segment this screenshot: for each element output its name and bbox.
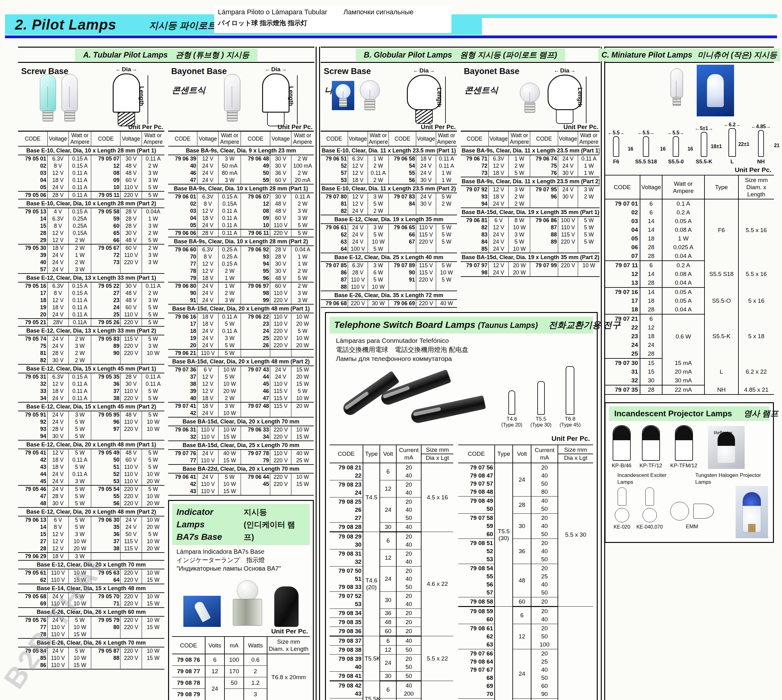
watt-ampere-cell: 20 W (218, 388, 241, 395)
code-cell: 39 (168, 388, 197, 395)
group-title-row: Base BA-9s, Clear, Dia. 10 x Length 28 m… (168, 237, 314, 246)
voltage-cell: 115 V (416, 231, 436, 238)
code-cell: 53 (91, 478, 120, 485)
code-cell: 79 07 6679 08 6479 07 67686970 (458, 649, 495, 699)
group-title: Base E-12, Clear, Dia, 20 x Length 48 mm… (18, 440, 164, 449)
code-cell: 79 06 48 (241, 155, 270, 162)
width-label: ←5±1→ (695, 126, 713, 131)
table-row: 8324 V3 W88115 V5 W (461, 231, 600, 238)
table-header-cell: Voltage (558, 131, 578, 147)
table-row: 79 06 016.3V0.15 A79 06 0730 V0.11 A (168, 193, 314, 200)
watt-ampere-cell: 5 W (142, 463, 164, 471)
table-row: 3212 V0.11 A3630 V0.11 A (18, 380, 164, 388)
code-line: 51 (331, 575, 361, 583)
type-name-label: L (731, 159, 734, 165)
code-cell: 79 06 80 (168, 282, 197, 290)
element: CODEVoltageWatt orAmpereTypeSize mmDiam.… (605, 175, 774, 199)
table-row: 0524 V0.11 A10110 V5 W (168, 222, 314, 229)
subtitle-japanese: パイロット球 指示燈泡 指示灯 (218, 19, 448, 27)
voltage-cell (558, 269, 578, 277)
watt-ampere-cell (142, 357, 164, 364)
exciter-bulb-outline (645, 488, 654, 505)
current-cell: 4050 (531, 497, 558, 513)
watt-ampere-cell: 2 W (69, 237, 91, 244)
watt-ampere-cell: 2 W (368, 208, 389, 215)
watt-ampere-cell: 5 W (69, 433, 91, 440)
watt-ampere-cell: 0.15 A (69, 208, 91, 215)
code-cell: 79 06 74 (530, 155, 558, 162)
ma-cell: 50 (224, 677, 244, 689)
table-row: 79 05 7424 V2 W79 05 83115 V5 W (18, 335, 164, 343)
voltage-cell: 48 V (120, 297, 142, 304)
mini-bulb-diagram: ←5.5→16S5.5 S18 (635, 130, 657, 165)
dia-label: Dia (560, 67, 570, 74)
bulb-outline (729, 128, 736, 157)
projector-lamp-diagram: KP-TFM/12 (670, 425, 697, 469)
watt-ampere-cell: 10 W (142, 593, 164, 600)
voltage-cell: 28 V (120, 215, 142, 222)
watt-ampere-cell: 2 W (291, 268, 314, 275)
watt-ampere-cell: 30 W (368, 300, 389, 307)
code-cell: 79 06 31 (168, 426, 197, 433)
voltage-cell (120, 433, 142, 440)
voltage-cell: 24 V (47, 259, 69, 266)
code-cell: 18 (605, 305, 640, 314)
code-line: 79 08 42 (331, 682, 361, 690)
code-cell: 92 (18, 418, 47, 426)
code-cell: 57 (321, 170, 348, 177)
type-cell: S5.5-O (705, 287, 739, 314)
watt-ampere-cell (142, 433, 164, 440)
volt-cell: 24 (380, 567, 397, 592)
watt-ampere-cell: 0.11 A (69, 304, 91, 311)
group-title: Base E-12, Clear, Dia, 20 x Length 48 mm… (18, 507, 164, 516)
type-cell: F6 (705, 199, 739, 261)
table-row: 88110 V10 W (321, 283, 457, 291)
lamp-spec-table: CODEVoltageWatt orAmpereCODEVoltageWatt … (461, 131, 600, 277)
group-title-row: Base E-26, Clear, Dia. 35 x Length 72 mm (321, 291, 457, 300)
table-row: 4424 V0.11 A52110 V10 W (18, 471, 164, 478)
current-cell: 2040100 (396, 698, 421, 700)
current-line: 60 (533, 682, 556, 690)
length-label: Length (287, 86, 294, 106)
watt-ampere-cell: 5 W (509, 238, 530, 245)
watt-ampere-cell: 0.15 A (218, 260, 241, 268)
indicator-table: CODEVoltsmAWattsSize mmDiam. x Length79 … (172, 636, 310, 700)
code-line: 50 (460, 505, 493, 513)
watt-ampere-cell: 0.2 A (662, 208, 705, 217)
voltage-cell: 28V (47, 318, 69, 327)
indicator-photo-metal (229, 580, 266, 627)
voltage-cell: 18 V (348, 177, 368, 184)
code-cell: 83 (461, 231, 488, 238)
watt-ampere-cell: 5 W (368, 231, 389, 238)
watt-ampere-cell (436, 245, 457, 253)
exciter-caption: Incandescent Exciter Lamps (617, 472, 677, 486)
voltage-cell: 18 V (197, 402, 219, 410)
code-cell: 50 (241, 170, 270, 177)
code-cell: 79 08 616263 (458, 624, 495, 649)
current-cell: 40 (396, 636, 421, 645)
dimension-diagram: ←Dia→ Length (403, 67, 444, 124)
code-cell: 79 05 35 (91, 373, 120, 380)
code-cell: 43 (18, 463, 47, 471)
watt-ampere-cell: 1 W (142, 215, 164, 222)
voltage-cell: 110 V (120, 388, 142, 395)
voltage-cell: 12 V (488, 224, 509, 231)
height-label: 16 (660, 146, 665, 152)
table-row: 7712 V0.15 A9430 V1 W (168, 260, 314, 268)
code-cell (530, 269, 558, 277)
watt-ampere-cell: 0.25 A (218, 246, 241, 253)
watt-ampere-cell: 0.1 A (662, 199, 705, 208)
watt-ampere-cell: 0.11 A (218, 313, 241, 320)
current-line: 20 (533, 624, 556, 632)
size-cell: 5 x 16 (739, 287, 774, 314)
height-label: 21 (774, 143, 780, 148)
telephone-title: Telephone Switch Board Lamps (334, 320, 475, 330)
table-row: 2024 V0.11 A25110 V5 W (18, 311, 164, 318)
table-row: 79 05 4624 V5 W79 05 54220 V5 W (18, 485, 164, 493)
table-header-cell: Watt orAmpere (578, 131, 600, 147)
voltage-cell: 24 V (348, 224, 368, 231)
watt-ampere-cell: 3 W (368, 262, 389, 269)
code-cell: 10 (91, 184, 120, 191)
bulb-outline (613, 136, 619, 157)
voltage-cell: 220 V (270, 297, 291, 304)
